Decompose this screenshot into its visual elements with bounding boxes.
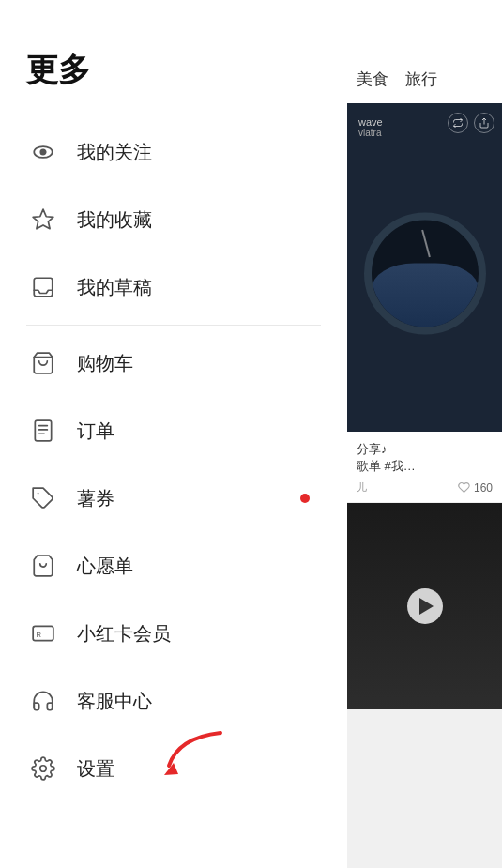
svg-rect-5 <box>35 420 51 441</box>
wave-water <box>372 263 479 327</box>
svg-marker-2 <box>33 209 53 229</box>
eye-icon <box>26 135 60 169</box>
menu-item-cart[interactable]: 购物车 <box>0 329 347 397</box>
menu-label-follow: 我的关注 <box>77 140 152 165</box>
svg-point-12 <box>40 766 47 772</box>
receipt-icon <box>26 414 60 448</box>
like-number: 160 <box>474 481 493 495</box>
menu-list: 我的关注 我的收藏 我的草稿 购物车 <box>0 118 347 802</box>
wave-icons <box>448 113 494 133</box>
video-card[interactable] <box>347 503 502 709</box>
bag-icon <box>26 549 60 583</box>
menu-item-drafts[interactable]: 我的草稿 <box>0 253 347 321</box>
headset-icon <box>26 684 60 718</box>
menu-label-membership: 小红卡会员 <box>77 621 171 647</box>
menu-item-favorites[interactable]: 我的收藏 <box>0 186 347 253</box>
menu-label-support: 客服中心 <box>77 689 152 714</box>
menu-item-membership[interactable]: R 小红卡会员 <box>0 600 347 667</box>
svg-text:R: R <box>36 631 41 639</box>
inbox-icon <box>26 270 60 304</box>
music-card-meta: 儿 160 <box>357 480 493 495</box>
cart-icon <box>26 346 60 380</box>
menu-divider <box>26 325 321 326</box>
wave-circle <box>364 213 486 335</box>
play-triangle-icon <box>419 598 434 615</box>
like-count: 160 <box>458 481 493 495</box>
menu-label-orders: 订单 <box>77 419 114 444</box>
right-panel: 美食 旅行 wave vlatra <box>347 0 502 868</box>
nav-chip-food[interactable]: 美食 <box>357 69 388 90</box>
menu-item-follow[interactable]: 我的关注 <box>0 118 347 186</box>
menu-label-favorites: 我的收藏 <box>77 207 152 233</box>
menu-item-wishlist[interactable]: 心愿单 <box>0 532 347 600</box>
top-nav: 美食 旅行 <box>347 0 502 103</box>
svg-marker-15 <box>164 763 178 775</box>
star-icon <box>26 203 60 236</box>
wave-share-icon <box>474 113 494 133</box>
menu-item-coupons[interactable]: 薯券 <box>0 464 347 532</box>
play-button[interactable] <box>407 588 443 624</box>
svg-point-1 <box>40 149 45 154</box>
wave-card: wave vlatra <box>347 103 502 432</box>
menu-item-orders[interactable]: 订单 <box>0 397 347 464</box>
menu-label-coupons: 薯券 <box>77 486 114 511</box>
arrow-indicator <box>160 723 235 784</box>
card-icon: R <box>26 617 60 650</box>
gear-icon <box>26 752 60 785</box>
menu-label-cart: 购物车 <box>77 351 133 376</box>
coupon-badge <box>300 494 310 503</box>
wave-label: wave vlatra <box>358 116 383 138</box>
music-card-title: 分享♪ 歌单 #我… <box>357 441 493 475</box>
tag-icon <box>26 481 60 515</box>
menu-label-wishlist: 心愿单 <box>77 554 133 579</box>
menu-label-drafts: 我的草稿 <box>77 275 152 300</box>
music-card: 分享♪ 歌单 #我… 儿 160 <box>347 432 502 503</box>
nav-chip-travel[interactable]: 旅行 <box>405 69 437 90</box>
page-title: 更多 <box>0 0 347 118</box>
wave-loop-icon <box>448 113 468 133</box>
menu-label-settings: 设置 <box>77 756 114 782</box>
